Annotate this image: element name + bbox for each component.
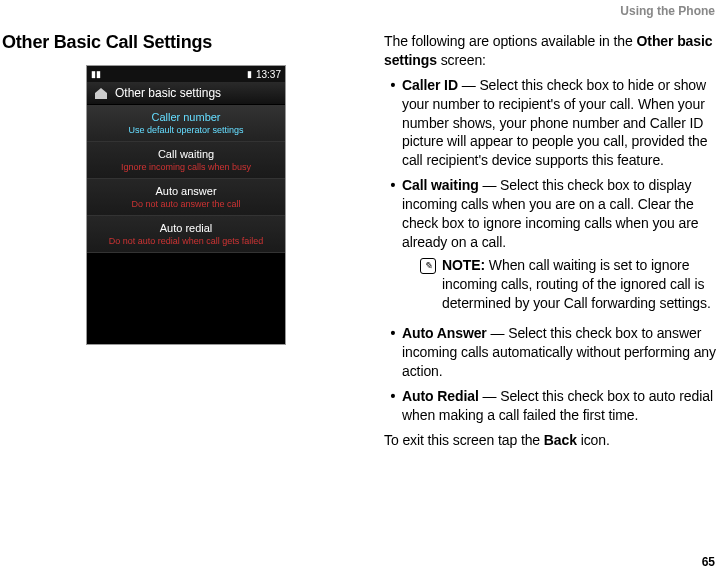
row-title: Auto redial xyxy=(95,222,277,234)
options-list: Caller ID — Select this check box to hid… xyxy=(384,76,719,425)
closing-a: To exit this screen tap the xyxy=(384,432,544,448)
note-text: NOTE: When call waiting is set to ignore… xyxy=(442,256,719,313)
option-label: Auto Answer xyxy=(402,325,487,341)
list-item[interactable]: Auto redial Do not auto redial when call… xyxy=(87,216,285,253)
phone-empty-area xyxy=(87,253,285,345)
list-item[interactable]: Call waiting Ignore incoming calls when … xyxy=(87,142,285,179)
page-columns: Other Basic Call Settings ▮▮ ▮ 13:37 Oth… xyxy=(0,32,725,548)
list-item: Call waiting — Select this check box to … xyxy=(384,176,719,318)
intro-text-b: screen: xyxy=(437,52,486,68)
page-number: 65 xyxy=(702,555,715,569)
list-item: Auto Answer — Select this check box to a… xyxy=(384,324,719,381)
intro-paragraph: The following are options available in t… xyxy=(384,32,719,70)
status-time: 13:37 xyxy=(256,69,281,80)
status-bar: ▮▮ ▮ 13:37 xyxy=(87,66,285,82)
phone-screenshot-wrap: ▮▮ ▮ 13:37 Other basic settings Caller n… xyxy=(2,65,370,348)
option-label: Call waiting xyxy=(402,177,479,193)
home-icon xyxy=(93,86,109,100)
note-block: ✎ NOTE: When call waiting is set to igno… xyxy=(420,256,719,313)
closing-paragraph: To exit this screen tap the Back icon. xyxy=(384,431,719,450)
running-header: Using the Phone xyxy=(620,4,715,18)
row-subtitle: Use default operator settings xyxy=(95,125,277,135)
left-column: Other Basic Call Settings ▮▮ ▮ 13:37 Oth… xyxy=(0,32,380,548)
row-title: Caller number xyxy=(95,111,277,123)
option-label: Caller ID xyxy=(402,77,458,93)
screen-title: Other basic settings xyxy=(115,86,221,100)
signal-icon: ▮▮ xyxy=(91,69,101,79)
row-title: Auto answer xyxy=(95,185,277,197)
list-item: Caller ID — Select this check box to hid… xyxy=(384,76,719,170)
row-subtitle: Do not auto answer the call xyxy=(95,199,277,209)
right-column: The following are options available in t… xyxy=(380,32,725,548)
section-title: Other Basic Call Settings xyxy=(2,32,370,53)
intro-text-a: The following are options available in t… xyxy=(384,33,637,49)
row-subtitle: Do not auto redial when call gets failed xyxy=(95,236,277,246)
list-item[interactable]: Caller number Use default operator setti… xyxy=(87,105,285,142)
battery-icon: ▮ xyxy=(247,69,252,79)
option-label: Auto Redial xyxy=(402,388,479,404)
phone-screenshot: ▮▮ ▮ 13:37 Other basic settings Caller n… xyxy=(86,65,286,345)
row-subtitle: Ignore incoming calls when busy xyxy=(95,162,277,172)
row-title: Call waiting xyxy=(95,148,277,160)
closing-bold: Back xyxy=(544,432,577,448)
note-label: NOTE: xyxy=(442,257,485,273)
closing-b: icon. xyxy=(577,432,610,448)
list-item[interactable]: Auto answer Do not auto answer the call xyxy=(87,179,285,216)
screen-titlebar: Other basic settings xyxy=(87,82,285,105)
list-item: Auto Redial — Select this check box to a… xyxy=(384,387,719,425)
note-icon: ✎ xyxy=(420,258,436,274)
